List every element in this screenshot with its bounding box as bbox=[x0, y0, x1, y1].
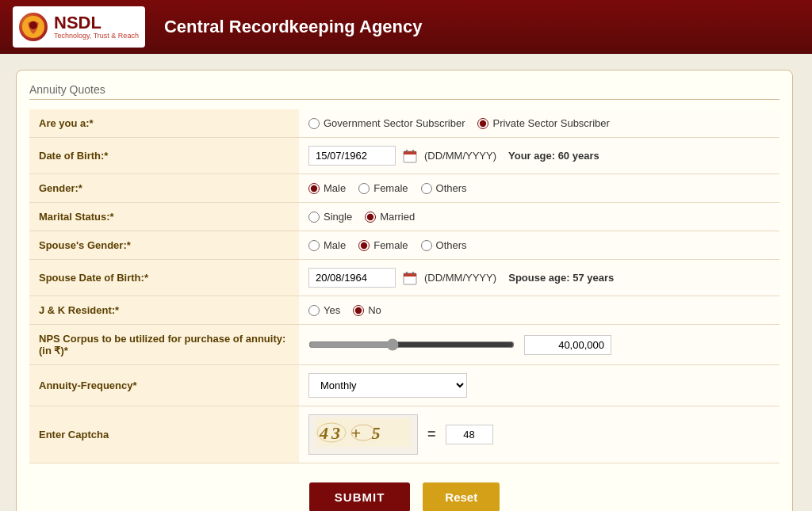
married-label: Married bbox=[380, 211, 415, 223]
private-subscriber-label: Private Sector Subscriber bbox=[492, 117, 609, 129]
spouse-age-display: Spouse age: 57 years bbox=[503, 272, 614, 284]
jk-value: Yes No bbox=[299, 296, 779, 325]
spouse-male-radio[interactable] bbox=[308, 240, 320, 251]
logo-text: NSDL Technology, Trust & Reach bbox=[54, 14, 139, 40]
single-radio[interactable] bbox=[308, 212, 320, 223]
jk-no-radio[interactable] bbox=[353, 305, 364, 316]
captcha-equals: = bbox=[427, 426, 436, 443]
spouse-others-label: Others bbox=[436, 239, 467, 251]
jk-yes-radio[interactable] bbox=[308, 305, 320, 316]
submit-button[interactable]: SUBMIT bbox=[309, 482, 411, 511]
spouse-female-option[interactable]: Female bbox=[358, 239, 408, 251]
section-title: Annuity Quotes bbox=[29, 83, 779, 100]
tagline-label: Technology, Trust & Reach bbox=[54, 32, 139, 40]
spouse-others-option[interactable]: Others bbox=[421, 239, 467, 251]
spouse-female-radio[interactable] bbox=[358, 240, 370, 251]
are-you-row: Are you a:* Government Sector Subscriber… bbox=[29, 109, 779, 138]
corpus-slider[interactable] bbox=[308, 338, 515, 351]
dob-input-group: (DD/MM/YYYY) Your age: 60 years bbox=[308, 146, 770, 166]
gender-row: Gender:* Male Female Others bbox=[29, 174, 779, 203]
captcha-value: 43 + 5 = bbox=[299, 406, 779, 463]
nsdl-label: NSDL bbox=[54, 14, 139, 32]
govt-subscriber-radio[interactable] bbox=[308, 118, 320, 129]
jk-row: J & K Resident:* Yes No bbox=[29, 296, 779, 325]
dob-input[interactable] bbox=[308, 146, 396, 166]
frequency-row: Annuity-Frequency* Monthly Quarterly Hal… bbox=[29, 365, 779, 406]
dob-label: Date of Birth:* bbox=[29, 138, 299, 174]
jk-label: J & K Resident:* bbox=[29, 296, 299, 325]
spouse-gender-radio-group: Male Female Others bbox=[308, 239, 770, 251]
corpus-row: NPS Corpus to be utilized for purchase o… bbox=[29, 325, 779, 365]
spouse-others-radio[interactable] bbox=[421, 240, 432, 251]
main-content: Annuity Quotes Are you a:* Government Se… bbox=[0, 54, 812, 511]
dob-row: Date of Birth:* (DD/MM/YYYY) bbox=[29, 138, 779, 174]
spouse-male-option[interactable]: Male bbox=[308, 239, 346, 251]
nsdl-logo-icon bbox=[19, 13, 48, 41]
spouse-dob-format-label: (DD/MM/YYYY) bbox=[424, 272, 496, 284]
dob-calendar-icon[interactable] bbox=[402, 148, 418, 164]
spouse-dob-row: Spouse Date of Birth:* (DD/MM/Y bbox=[29, 260, 779, 296]
others-gender-option[interactable]: Others bbox=[421, 182, 467, 194]
jk-no-label: No bbox=[368, 304, 381, 316]
marital-label: Marital Status:* bbox=[29, 203, 299, 231]
govt-subscriber-option[interactable]: Government Sector Subscriber bbox=[308, 117, 465, 129]
govt-subscriber-label: Government Sector Subscriber bbox=[324, 117, 465, 129]
others-gender-label: Others bbox=[436, 182, 467, 194]
spouse-dob-input[interactable] bbox=[308, 268, 396, 288]
svg-text:43 + 5: 43 + 5 bbox=[319, 423, 384, 443]
female-gender-option[interactable]: Female bbox=[358, 182, 408, 194]
frequency-label: Annuity-Frequency* bbox=[29, 365, 299, 406]
captcha-input[interactable] bbox=[446, 425, 493, 444]
jk-no-option[interactable]: No bbox=[353, 304, 381, 316]
captcha-group: 43 + 5 = bbox=[308, 414, 770, 455]
private-subscriber-radio[interactable] bbox=[477, 118, 488, 129]
spouse-gender-value: Male Female Others bbox=[299, 231, 779, 260]
captcha-row: Enter Captcha 43 + 5 = bbox=[29, 406, 779, 463]
gender-radio-group: Male Female Others bbox=[308, 182, 770, 194]
your-age-label: Your age: 60 years bbox=[503, 150, 599, 162]
spouse-dob-calendar-icon[interactable] bbox=[402, 270, 418, 286]
married-radio[interactable] bbox=[365, 212, 376, 223]
marital-value: Single Married bbox=[299, 203, 779, 231]
single-option[interactable]: Single bbox=[308, 211, 352, 223]
others-gender-radio[interactable] bbox=[421, 183, 432, 194]
svg-rect-3 bbox=[404, 151, 416, 154]
female-gender-radio[interactable] bbox=[358, 183, 370, 194]
logo-area: NSDL Technology, Trust & Reach bbox=[13, 6, 145, 48]
captcha-image: 43 + 5 bbox=[308, 414, 418, 455]
jk-yes-label: Yes bbox=[324, 304, 340, 316]
spouse-dob-value: (DD/MM/YYYY) Spouse age: 57 years bbox=[299, 260, 779, 296]
single-label: Single bbox=[324, 211, 352, 223]
spouse-dob-input-group: (DD/MM/YYYY) Spouse age: 57 years bbox=[308, 268, 770, 288]
form-card: Annuity Quotes Are you a:* Government Se… bbox=[16, 70, 793, 511]
frequency-value: Monthly Quarterly Half-Yearly Yearly bbox=[299, 365, 779, 406]
gender-value: Male Female Others bbox=[299, 174, 779, 203]
captcha-label: Enter Captcha bbox=[29, 406, 299, 463]
app-header: NSDL Technology, Trust & Reach Central R… bbox=[0, 0, 812, 54]
are-you-radio-group: Government Sector Subscriber Private Sec… bbox=[308, 117, 770, 129]
spouse-male-label: Male bbox=[324, 239, 346, 251]
corpus-label: NPS Corpus to be utilized for purchase o… bbox=[29, 325, 299, 365]
male-gender-radio[interactable] bbox=[308, 183, 320, 194]
marital-radio-group: Single Married bbox=[308, 211, 770, 223]
private-subscriber-option[interactable]: Private Sector Subscriber bbox=[477, 117, 609, 129]
female-gender-label: Female bbox=[373, 182, 408, 194]
male-gender-label: Male bbox=[324, 182, 346, 194]
app-title: Central Recordkeeping Agency bbox=[164, 17, 423, 37]
dob-value: (DD/MM/YYYY) Your age: 60 years bbox=[299, 138, 779, 174]
male-gender-option[interactable]: Male bbox=[308, 182, 346, 194]
gender-label: Gender:* bbox=[29, 174, 299, 203]
reset-button[interactable]: Reset bbox=[423, 482, 500, 511]
marital-row: Marital Status:* Single Married bbox=[29, 203, 779, 231]
are-you-label: Are you a:* bbox=[29, 109, 299, 138]
jk-radio-group: Yes No bbox=[308, 304, 770, 316]
are-you-value: Government Sector Subscriber Private Sec… bbox=[299, 109, 779, 138]
married-option[interactable]: Married bbox=[365, 211, 415, 223]
frequency-select[interactable]: Monthly Quarterly Half-Yearly Yearly bbox=[308, 373, 467, 398]
corpus-input[interactable] bbox=[524, 335, 611, 355]
dob-format-label: (DD/MM/YYYY) bbox=[424, 150, 496, 162]
spouse-dob-label: Spouse Date of Birth:* bbox=[29, 260, 299, 296]
jk-yes-option[interactable]: Yes bbox=[308, 304, 340, 316]
spouse-female-label: Female bbox=[373, 239, 408, 251]
svg-point-1 bbox=[29, 21, 37, 29]
